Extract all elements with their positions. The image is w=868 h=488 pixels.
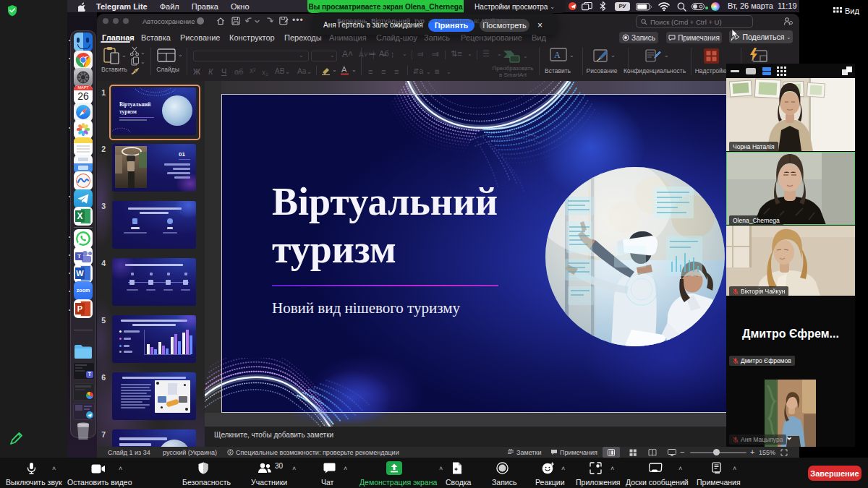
svg-text:А: А [341,65,347,74]
svg-text:A: A [554,50,561,60]
